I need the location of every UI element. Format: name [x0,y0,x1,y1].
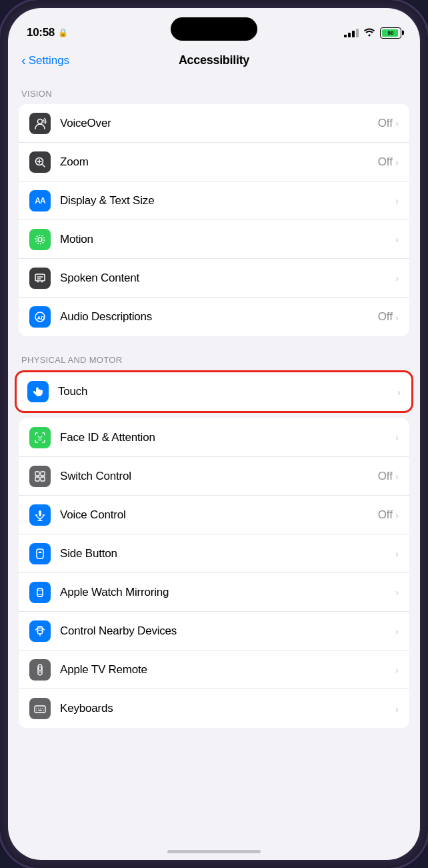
row-content: Switch Control Off › [60,470,399,483]
row-content: Apple Watch Mirroring › [60,586,399,599]
row-right: › [397,386,401,398]
chevron-right-icon: › [395,664,399,675]
row-right: › [395,195,399,206]
dynamic-island [171,17,257,41]
list-item[interactable]: Zoom Off › [19,143,409,181]
row-label: Audio Descriptions [60,310,152,324]
signal-bar-3 [352,31,355,37]
svg-rect-18 [41,477,45,481]
list-item[interactable]: Spoken Content › [19,259,409,298]
signal-bar-2 [348,33,351,37]
row-label: Switch Control [60,470,131,483]
list-item[interactable]: Switch Control Off › [19,457,409,496]
chevron-right-icon: › [395,703,399,715]
svg-point-13 [41,436,43,437]
chevron-right-icon: › [395,312,399,323]
chevron-right-icon: › [395,156,399,167]
row-label: Display & Text Size [60,194,154,207]
apple-tv-remote-icon [29,659,51,681]
signal-bar-4 [356,29,359,37]
svg-point-12 [38,436,39,437]
row-label: Voice Control [60,508,126,522]
row-label: Spoken Content [60,272,139,285]
row-label: Zoom [60,155,89,169]
apple-watch-mirroring-icon [29,582,51,603]
list-item-touch[interactable]: Touch › [17,372,411,411]
touch-icon [27,381,49,402]
row-label: Touch [58,385,87,398]
section-label-physical: PHYSICAL AND MOTOR [8,342,420,370]
svg-rect-19 [39,510,41,516]
row-value: Off [378,508,393,522]
touch-row-highlight: Touch › [15,370,413,413]
row-right: Off › [378,117,399,130]
row-content: Zoom Off › [60,155,399,169]
wifi-icon [363,27,375,39]
row-right: Off › [378,470,399,483]
chevron-right-icon: › [397,386,401,398]
chevron-right-icon: › [395,234,399,245]
list-item[interactable]: Control Nearby Devices › [19,612,409,650]
chevron-right-icon: › [395,272,399,284]
row-right: Off › [378,155,399,169]
list-item[interactable]: VoiceOver Off › [19,104,409,143]
nav-header: ‹ Settings Accessibility [8,47,420,75]
phone-frame: 10:58 🔒 [0,0,428,868]
control-nearby-devices-icon [29,620,51,642]
svg-point-5 [38,238,42,242]
back-button[interactable]: ‹ Settings [21,54,69,67]
row-content: Face ID & Attention › [60,431,399,444]
svg-line-2 [43,164,45,167]
row-right: › [395,432,399,443]
row-right: › [395,234,399,245]
row-content: Motion › [60,233,399,246]
list-item[interactable]: Apple TV Remote › [19,650,409,689]
signal-bar-1 [344,35,347,37]
display-text-size-icon: AA [29,190,51,211]
motion-icon [29,229,51,250]
spoken-content-icon [29,268,51,289]
svg-rect-24 [37,549,43,558]
list-item[interactable]: Keyboards › [19,689,409,728]
row-label: Apple Watch Mirroring [60,586,169,599]
row-right: › [395,272,399,284]
svg-point-0 [38,119,43,123]
battery-icon: 50 [380,27,401,39]
content-area: VISION VoiceOver [8,75,420,851]
row-content: Control Nearby Devices › [60,624,399,638]
row-right: Off › [378,508,399,522]
svg-text:AD: AD [37,315,45,321]
list-item[interactable]: AD Audio Descriptions Off › [19,298,409,336]
row-value: Off [378,310,393,324]
svg-rect-25 [37,588,43,596]
row-content: VoiceOver Off › [60,117,399,130]
row-content: Display & Text Size › [60,194,399,207]
row-right: › [395,586,399,598]
row-value: Off [378,117,393,130]
row-right: › [395,664,399,675]
row-label: Control Nearby Devices [60,624,177,638]
row-right: Off › [378,310,399,324]
row-label: Apple TV Remote [60,663,147,677]
chevron-right-icon: › [395,625,399,636]
list-item[interactable]: Apple Watch Mirroring › [19,573,409,612]
voiceover-icon [29,113,51,134]
settings-group-physical: Face ID & Attention › [19,418,409,728]
chevron-right-icon: › [395,195,399,206]
list-item[interactable]: Motion › [19,220,409,259]
home-indicator [167,850,261,853]
list-item[interactable]: Face ID & Attention › [19,418,409,457]
list-item[interactable]: AA Display & Text Size › [19,181,409,220]
row-right: › [395,625,399,636]
svg-rect-16 [41,472,45,476]
audio-descriptions-icon: AD [29,306,51,328]
chevron-right-icon: › [395,509,399,520]
row-content: Spoken Content › [60,272,399,285]
chevron-right-icon: › [395,117,399,129]
svg-rect-7 [35,274,45,281]
list-item[interactable]: Voice Control Off › [19,496,409,534]
row-label: Side Button [60,547,117,560]
svg-rect-37 [35,706,45,713]
list-item[interactable]: Side Button › [19,534,409,573]
row-content: Voice Control Off › [60,508,399,522]
